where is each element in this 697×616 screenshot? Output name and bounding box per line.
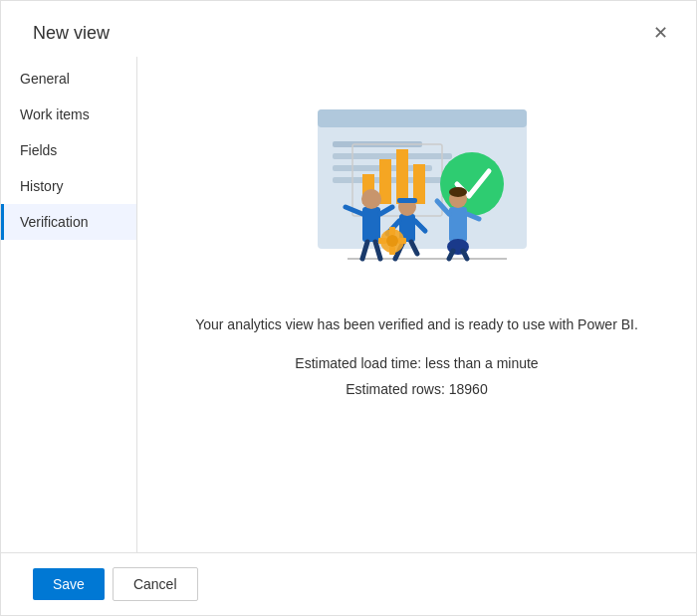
dialog-title: New view <box>33 23 110 44</box>
svg-point-27 <box>386 235 398 247</box>
dialog-body: General Work items Fields History Verifi… <box>1 57 696 552</box>
svg-rect-21 <box>397 198 417 203</box>
dialog-footer: Save Cancel <box>1 552 696 615</box>
main-content: Your analytics view has been verified an… <box>137 57 696 552</box>
svg-point-14 <box>361 189 381 209</box>
close-button[interactable]: ✕ <box>644 17 676 49</box>
sidebar-item-label: History <box>20 178 64 194</box>
svg-rect-30 <box>378 238 386 244</box>
svg-rect-31 <box>398 238 406 244</box>
estimated-load: Estimated load time: less than a minute <box>195 351 638 376</box>
verification-text: Your analytics view has been verified an… <box>195 313 638 402</box>
svg-rect-29 <box>389 247 395 255</box>
sidebar-item-general[interactable]: General <box>1 61 136 97</box>
dialog: New view ✕ General Work items Fields His… <box>0 0 697 616</box>
verification-message: Your analytics view has been verified an… <box>195 313 638 335</box>
estimated-rows: Estimated rows: 18960 <box>195 377 638 402</box>
svg-rect-32 <box>449 207 467 242</box>
sidebar-item-work-items[interactable]: Work items <box>1 97 136 132</box>
svg-point-11 <box>440 152 504 216</box>
svg-line-38 <box>449 251 453 259</box>
svg-rect-28 <box>389 227 395 235</box>
sidebar-item-verification[interactable]: Verification <box>1 204 136 240</box>
sidebar: General Work items Fields History Verifi… <box>1 57 137 552</box>
dialog-header: New view ✕ <box>1 1 696 57</box>
svg-rect-3 <box>333 153 452 159</box>
sidebar-item-label: Work items <box>20 106 90 122</box>
cancel-button[interactable]: Cancel <box>113 567 198 601</box>
svg-rect-8 <box>396 149 408 204</box>
svg-rect-1 <box>318 109 527 127</box>
verification-illustration <box>278 87 557 286</box>
close-icon: ✕ <box>653 22 668 44</box>
sidebar-item-label: Fields <box>20 142 57 158</box>
svg-line-39 <box>463 251 467 259</box>
sidebar-item-label: Verification <box>20 214 88 230</box>
save-button[interactable]: Save <box>33 568 105 600</box>
sidebar-item-label: General <box>20 71 70 87</box>
sidebar-item-fields[interactable]: Fields <box>1 132 136 168</box>
verification-stats: Estimated load time: less than a minute … <box>195 351 638 401</box>
svg-point-34 <box>449 187 467 197</box>
sidebar-item-history[interactable]: History <box>1 168 136 204</box>
svg-rect-13 <box>362 207 380 242</box>
